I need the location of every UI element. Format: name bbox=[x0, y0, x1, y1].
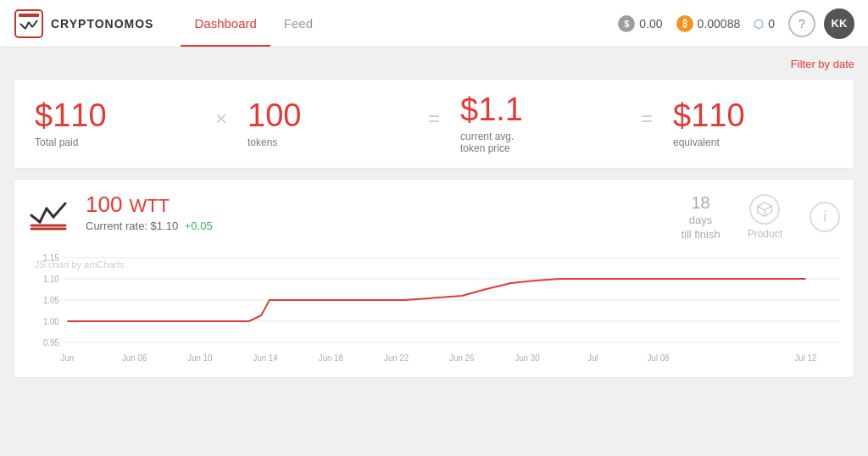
avg-price-label: current avg.token price bbox=[460, 131, 514, 154]
multiply-operator: × bbox=[195, 107, 248, 131]
days-sublabel: till finish bbox=[681, 228, 720, 242]
tab-feed[interactable]: Feed bbox=[270, 0, 326, 47]
svg-line-7 bbox=[40, 209, 47, 222]
stat-avg-price: $1.1 current avg.token price bbox=[460, 93, 620, 154]
help-button[interactable]: ? bbox=[788, 10, 815, 37]
header: CRYPTONOMOS Dashboard Feed $ 0.00 ₿ 0.00… bbox=[0, 0, 868, 47]
stats-card: $110 Total paid × 100 tokens = $1.1 curr… bbox=[14, 79, 854, 169]
info-icon: i bbox=[822, 208, 826, 225]
days-number: 18 bbox=[681, 192, 720, 214]
equivalent-value: $110 bbox=[673, 99, 745, 131]
dollar-balance: $ 0.00 bbox=[618, 15, 662, 32]
eth-balance: ⬡ 0 bbox=[754, 17, 775, 31]
equals-operator-2: = bbox=[620, 107, 673, 131]
avatar[interactable]: KK bbox=[824, 8, 854, 39]
token-info: 100 WTT Current rate: $1.10 +0.05 bbox=[86, 192, 664, 232]
svg-line-9 bbox=[53, 203, 65, 217]
svg-text:1.05: 1.05 bbox=[43, 296, 59, 305]
main-nav: Dashboard Feed bbox=[181, 0, 326, 47]
filter-by-date-link[interactable]: Filter by date bbox=[791, 58, 854, 70]
logo-area: CRYPTONOMOS bbox=[14, 8, 153, 39]
equivalent-label: equivalent bbox=[673, 136, 720, 148]
svg-line-4 bbox=[29, 22, 32, 27]
days-info: 18 days till finish bbox=[681, 192, 720, 242]
avg-price-value: $1.1 bbox=[460, 93, 523, 125]
chart-card: 100 WTT Current rate: $1.10 +0.05 18 day… bbox=[14, 179, 854, 378]
main-content: Filter by date $110 Total paid × 100 tok… bbox=[0, 47, 868, 388]
svg-text:1.10: 1.10 bbox=[43, 275, 59, 284]
svg-line-6 bbox=[31, 215, 40, 222]
token-name-row: 100 WTT bbox=[86, 192, 664, 218]
svg-text:0.95: 0.95 bbox=[43, 338, 59, 348]
stat-equivalent: $110 equivalent bbox=[673, 99, 833, 148]
svg-line-8 bbox=[47, 209, 53, 217]
svg-text:Jul 12: Jul 12 bbox=[795, 353, 817, 363]
token-logo-icon bbox=[28, 192, 69, 232]
token-rate-change: +0.05 bbox=[185, 220, 213, 232]
header-balances: $ 0.00 ₿ 0.00088 ⬡ 0 bbox=[618, 15, 775, 32]
tokens-label: tokens bbox=[248, 136, 277, 148]
svg-text:Jun 26: Jun 26 bbox=[449, 353, 475, 363]
header-actions: ? KK bbox=[788, 8, 854, 39]
token-symbol: WTT bbox=[129, 195, 170, 217]
filter-bar: Filter by date bbox=[14, 58, 854, 70]
svg-text:Jun 22: Jun 22 bbox=[384, 353, 409, 363]
tokens-value: 100 bbox=[248, 99, 301, 131]
bitcoin-value: 0.00088 bbox=[698, 17, 741, 31]
svg-line-2 bbox=[20, 24, 25, 29]
equals-operator: = bbox=[408, 107, 460, 131]
chart-meta: 18 days till finish Product i bbox=[681, 192, 840, 242]
dollar-value: 0.00 bbox=[639, 17, 662, 31]
bitcoin-balance: ₿ 0.00088 bbox=[676, 15, 741, 32]
svg-line-5 bbox=[32, 20, 37, 27]
svg-line-3 bbox=[25, 22, 29, 29]
stat-total-paid: $110 Total paid bbox=[35, 99, 195, 148]
price-chart: 1.15 1.10 1.05 1.00 0.95 Jun Jun 06 Jun … bbox=[28, 251, 840, 374]
days-label: days bbox=[681, 214, 720, 228]
chart-header: 100 WTT Current rate: $1.10 +0.05 18 day… bbox=[28, 192, 840, 242]
logo-icon bbox=[14, 8, 44, 39]
eth-icon: ⬡ bbox=[754, 17, 764, 31]
product-info: Product bbox=[748, 194, 782, 240]
tab-dashboard[interactable]: Dashboard bbox=[181, 0, 270, 47]
info-button[interactable]: i bbox=[810, 202, 840, 232]
token-amount: 100 bbox=[86, 192, 122, 218]
stat-tokens: 100 tokens bbox=[248, 99, 408, 148]
chart-watermark: JS chart by amCharts bbox=[35, 259, 125, 270]
total-paid-value: $110 bbox=[35, 99, 107, 131]
dollar-icon: $ bbox=[618, 15, 635, 32]
svg-text:Jun 18: Jun 18 bbox=[319, 353, 344, 363]
chart-area: JS chart by amCharts 1.15 1.10 1.05 1.00… bbox=[28, 251, 840, 377]
svg-text:Jul: Jul bbox=[587, 353, 598, 363]
bitcoin-icon: ₿ bbox=[676, 15, 693, 32]
svg-text:Jun: Jun bbox=[61, 353, 75, 363]
token-rate: Current rate: $1.10 +0.05 bbox=[86, 220, 664, 232]
app-name: CRYPTONOMOS bbox=[51, 17, 153, 31]
product-label: Product bbox=[748, 228, 782, 240]
svg-text:Jul 08: Jul 08 bbox=[648, 353, 670, 363]
total-paid-label: Total paid bbox=[35, 136, 78, 148]
svg-text:Jun 10: Jun 10 bbox=[187, 353, 213, 363]
svg-rect-1 bbox=[19, 14, 39, 17]
svg-text:Jun 06: Jun 06 bbox=[122, 353, 147, 363]
product-icon bbox=[749, 194, 780, 225]
svg-text:1.00: 1.00 bbox=[43, 317, 59, 326]
svg-text:Jun 30: Jun 30 bbox=[515, 353, 541, 363]
eth-value: 0 bbox=[768, 17, 775, 31]
svg-text:Jun 14: Jun 14 bbox=[253, 353, 279, 363]
